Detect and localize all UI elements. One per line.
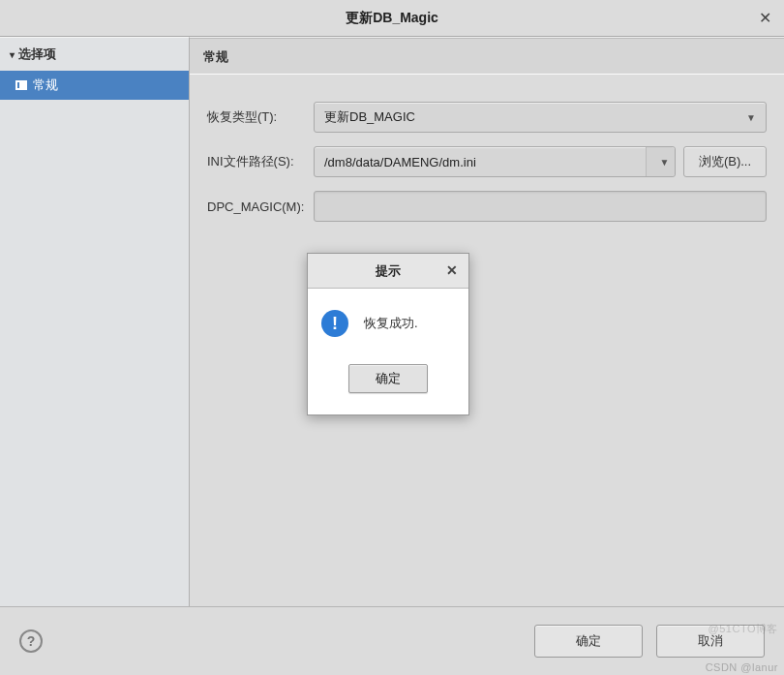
footer-bar: ? 确定 取消: [0, 606, 784, 675]
dpc-magic-input: [314, 191, 767, 222]
row-ini-path: INI文件路径(S): /dm8/data/DAMENG/dm.ini ▼ 浏览…: [207, 146, 767, 177]
ok-button-label: 确定: [576, 632, 601, 650]
row-recover-type: 恢复类型(T): 更新DB_MAGIC ▼: [207, 102, 767, 133]
ini-path-combo[interactable]: /dm8/data/DAMENG/dm.ini ▼: [314, 146, 676, 177]
sidebar: ▾ 选择项 常规: [0, 37, 190, 606]
browse-button[interactable]: 浏览(B)...: [683, 146, 767, 177]
recover-type-value: 更新DB_MAGIC: [324, 108, 739, 126]
info-icon: !: [321, 310, 348, 337]
sidebar-item-label: 常规: [33, 77, 58, 94]
page-icon: [15, 80, 27, 90]
content-header: 常规: [190, 38, 784, 75]
row-dpc-magic: DPC_MAGIC(M):: [207, 191, 767, 222]
alert-dialog: 提示 ✕ ! 恢复成功. 确定: [307, 253, 469, 415]
label-recover-type: 恢复类型(T):: [207, 108, 314, 126]
dialog-title-bar: 提示 ✕: [308, 254, 468, 289]
label-ini-path: INI文件路径(S):: [207, 153, 314, 170]
content-panel: 常规 恢复类型(T): 更新DB_MAGIC ▼ INI文件路径(S): /dm…: [190, 37, 784, 606]
dialog-message: 恢复成功.: [364, 315, 418, 332]
browse-button-label: 浏览(B)...: [699, 153, 751, 170]
sidebar-header[interactable]: ▾ 选择项: [0, 38, 189, 71]
cancel-button[interactable]: 取消: [656, 625, 765, 658]
cancel-button-label: 取消: [698, 632, 723, 650]
dialog-footer: 确定: [308, 354, 468, 414]
ini-path-dropdown-button[interactable]: ▼: [646, 147, 675, 176]
chevron-down-icon: ▾: [10, 49, 15, 60]
help-icon[interactable]: ?: [19, 629, 43, 653]
dialog-title: 提示: [376, 262, 401, 280]
dialog-ok-label: 确定: [376, 370, 401, 387]
recover-type-dropdown[interactable]: 更新DB_MAGIC ▼: [314, 102, 767, 133]
chevron-down-icon: ▼: [660, 157, 670, 168]
dialog-ok-button[interactable]: 确定: [348, 364, 428, 393]
ok-button[interactable]: 确定: [534, 625, 643, 658]
chevron-down-icon: ▼: [746, 112, 756, 123]
close-icon[interactable]: ✕: [755, 8, 774, 27]
ini-path-value: /dm8/data/DAMENG/dm.ini: [324, 155, 646, 169]
sidebar-item-general[interactable]: 常规: [0, 71, 189, 100]
sidebar-header-label: 选择项: [18, 46, 56, 63]
window-title-bar: 更新DB_Magic ✕: [0, 0, 784, 37]
content-body: 恢复类型(T): 更新DB_MAGIC ▼ INI文件路径(S): /dm8/d…: [190, 75, 784, 606]
window-title: 更新DB_Magic: [346, 10, 438, 27]
label-dpc-magic: DPC_MAGIC(M):: [207, 199, 314, 214]
close-icon[interactable]: ✕: [443, 261, 461, 279]
dialog-body: ! 恢复成功.: [308, 289, 468, 354]
